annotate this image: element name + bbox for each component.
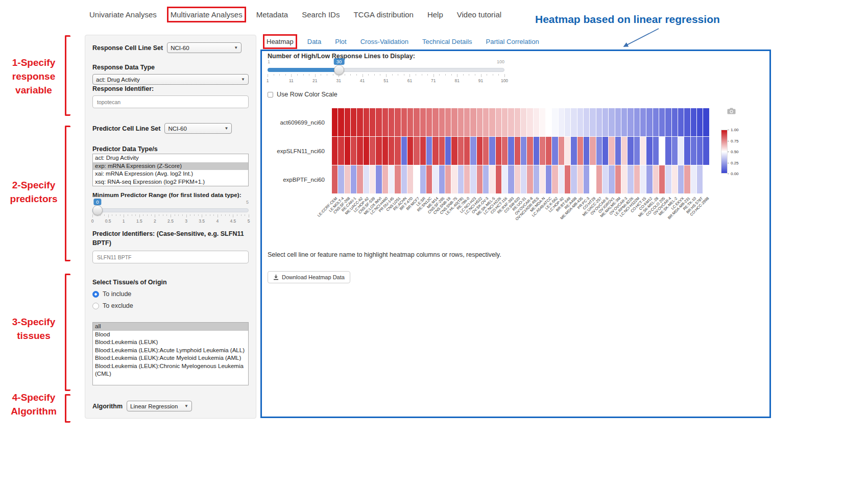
tissue-list[interactable]: allBloodBlood:Leukemia (LEUK)Blood:Leuke… — [92, 322, 249, 385]
heatmap-cell — [414, 165, 419, 193]
slider-tick — [309, 74, 309, 76]
tissue-option[interactable]: Blood:Leukemia (LEUK):Chronic Myelogenou… — [93, 362, 248, 378]
slider-tick — [120, 214, 120, 216]
nav-item-video-tutorial[interactable]: Video tutorial — [457, 10, 501, 19]
nav-item-search-ids[interactable]: Search IDs — [302, 10, 340, 19]
response-identifier-input[interactable] — [92, 95, 249, 108]
slider-handle[interactable] — [92, 205, 103, 215]
algorithm-select[interactable]: Linear Regression ▼ — [127, 401, 192, 411]
slider-tick — [333, 74, 333, 76]
heatmap-cell — [407, 108, 413, 136]
slider-tick — [166, 214, 167, 216]
heatmap-cell — [432, 165, 438, 193]
colorbar-tick-label: 0.50 — [731, 150, 739, 154]
tab-cross-validation[interactable]: Cross-Validation — [360, 38, 408, 45]
slider-tick — [350, 74, 351, 76]
slider-tick — [392, 74, 393, 76]
heatmap-cell — [451, 108, 457, 136]
tab-heatmap[interactable]: Heatmap — [267, 38, 294, 45]
heatmap-cell — [684, 165, 690, 193]
predictor-identifiers-input[interactable] — [92, 251, 249, 263]
algorithm-value: Linear Regression — [130, 403, 178, 409]
nav-item-tcga-distribution[interactable]: TCGA distribution — [353, 10, 414, 19]
heatmap-cell — [332, 165, 337, 193]
heatmap-cell — [432, 137, 438, 165]
slider-tick — [327, 74, 327, 76]
heatmap-cell — [370, 108, 375, 136]
heatmap-cell — [364, 165, 369, 193]
response-data-type-select[interactable]: act: Drug Activity ▼ — [92, 74, 249, 85]
heatmap-cell — [489, 165, 495, 193]
heatmap-cell — [458, 108, 464, 136]
response-cell-line-set-select[interactable]: NCI-60 ▼ — [167, 42, 242, 53]
radio-label: To exclude — [103, 302, 133, 309]
predictor-data-type-option[interactable]: exp: mRNA Expression (Z-Score) — [93, 162, 248, 170]
row-color-scale-row: Use Row Color Scale — [268, 91, 337, 98]
radio-to-exclude[interactable] — [92, 303, 99, 309]
heatmap-cell — [496, 165, 501, 193]
predictor-cell-line-set-select[interactable]: NCI-60 ▼ — [164, 123, 232, 134]
heatmap-cell — [534, 165, 539, 193]
tab-data[interactable]: Data — [307, 38, 321, 45]
heatmap-row-label[interactable]: act609699_nci60 — [254, 108, 329, 137]
heatmap-cell — [338, 137, 344, 165]
row-color-scale-checkbox[interactable] — [268, 92, 273, 97]
min-predictor-range-slider[interactable]: 5000.511.522.533.544.55 — [92, 200, 249, 226]
heatmap-cell — [684, 108, 690, 136]
predictor-data-type-option[interactable]: act: Drug Activity — [93, 154, 248, 162]
slider-handle[interactable] — [334, 65, 344, 75]
heatmap-cell — [621, 165, 627, 193]
slider-tick — [245, 214, 245, 216]
radio-to-include[interactable] — [92, 291, 99, 298]
predictor-data-type-option[interactable]: xai: mRNA Expression (Avg. log2 Int.) — [93, 170, 248, 178]
lines-slider[interactable]: 1100301112131415161718191100 — [268, 59, 504, 86]
slider-tick — [291, 74, 292, 77]
heatmap-row-label[interactable]: expSLFN11_nci60 — [254, 137, 329, 165]
chevron-down-icon: ▼ — [184, 404, 188, 408]
predictor-data-type-list[interactable]: act: Drug Activityexp: mRNA Expression (… — [92, 154, 249, 186]
heatmap-cell — [634, 137, 640, 165]
slider-tick — [493, 74, 493, 76]
heatmap-hint-text: Select cell line or feature name to high… — [268, 251, 501, 258]
slider-tick — [104, 214, 105, 216]
download-heatmap-data-button[interactable]: Download Heatmap Data — [268, 271, 350, 283]
slider-tick — [213, 214, 214, 216]
slider-tick — [404, 74, 404, 76]
heatmap-cell — [458, 137, 464, 165]
heatmap-colorbar: 1.000.750.500.250.00 — [721, 130, 752, 178]
tissue-option[interactable]: Blood:Leukemia (LEUK):Acute Lymphoid Leu… — [93, 347, 248, 355]
tab-technical-details[interactable]: Technical Details — [422, 38, 472, 45]
tissue-option[interactable]: Blood:Leukemia (LEUK):Acute Myeloid Leuk… — [93, 354, 248, 362]
slider-tick-label: 0 — [91, 218, 94, 224]
slider-track[interactable] — [92, 208, 249, 212]
tissue-option[interactable]: all — [93, 323, 248, 331]
heatmap-cell — [376, 108, 381, 136]
slider-tick — [498, 74, 499, 76]
tab-plot[interactable]: Plot — [335, 38, 346, 45]
slider-tick — [321, 74, 321, 76]
heatmap-row-label[interactable]: expBPTF_nci60 — [254, 165, 329, 194]
tab-partial-correlation[interactable]: Partial Correlation — [486, 38, 539, 45]
slider-tick — [463, 74, 464, 76]
heatmap-cell — [332, 137, 337, 165]
nav-item-univariate-analyses[interactable]: Univariate Analyses — [89, 10, 157, 19]
tissue-option[interactable]: Blood:Leukemia (LEUK) — [93, 338, 248, 347]
nav-item-metadata[interactable]: Metadata — [256, 10, 288, 19]
slider-tick — [171, 214, 171, 217]
heatmap-cell — [540, 137, 545, 165]
heatmap-cell — [439, 165, 445, 193]
heatmap-cell — [483, 137, 489, 165]
tissue-option[interactable]: Blood — [93, 331, 248, 339]
slider-tick — [163, 214, 163, 216]
slider-max-label: 100 — [497, 59, 504, 64]
predictor-cell-line-set-label: Predictor Cell Line Set — [92, 125, 160, 132]
heatmap-cell — [389, 137, 394, 165]
slider-tick — [159, 214, 159, 216]
slider-tick — [433, 74, 434, 77]
camera-icon[interactable] — [727, 107, 736, 116]
predictor-data-type-option[interactable]: xsq: RNA-seq Expression (log2 FPKM+1.) — [93, 178, 248, 186]
nav-item-multivariate-analyses[interactable]: Multivariate Analyses — [171, 10, 243, 19]
colorbar-gradient — [721, 130, 728, 174]
nav-item-help[interactable]: Help — [427, 10, 443, 19]
heatmap-cell — [483, 165, 489, 193]
